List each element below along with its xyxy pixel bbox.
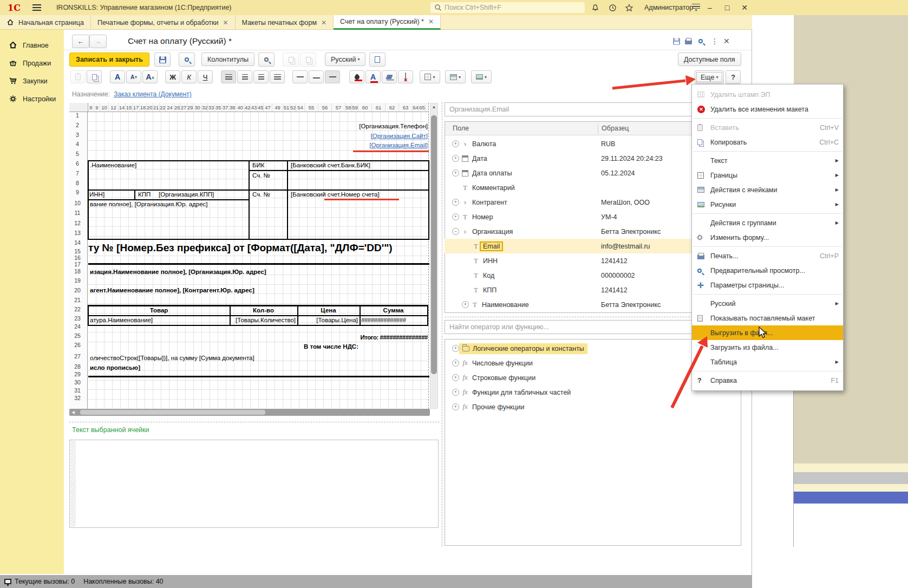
expand-icon[interactable]: + bbox=[452, 345, 459, 352]
cell-total[interactable]: Итого: ############### bbox=[265, 334, 428, 341]
cell-org-phone[interactable]: [Организация.Телефон] bbox=[271, 123, 428, 129]
page-view-button[interactable] bbox=[369, 53, 386, 67]
headers-footers-button[interactable]: Колонтитулы bbox=[201, 53, 254, 66]
more-actions-button[interactable]: Еще▾ bbox=[695, 70, 724, 84]
global-search-input[interactable]: Поиск Ctrl+Shift+F bbox=[430, 2, 585, 13]
maximize-icon[interactable]: □ bbox=[720, 3, 734, 12]
valign-top-button[interactable] bbox=[292, 70, 308, 83]
save-and-close-button[interactable]: Записать и закрыть bbox=[69, 53, 149, 67]
menu-item-remove-stamp[interactable]: Удалить штамп ЭП bbox=[692, 87, 843, 102]
font-button[interactable]: А bbox=[110, 70, 125, 83]
paste-icon[interactable] bbox=[70, 70, 86, 83]
tab-close-icon[interactable]: ✕ bbox=[223, 19, 228, 27]
cell-inn[interactable]: ИНН] bbox=[89, 191, 104, 198]
copy-button[interactable] bbox=[283, 53, 299, 67]
cell-row-qty[interactable]: [Товары.Количество] bbox=[230, 317, 296, 323]
expand-icon[interactable]: + bbox=[452, 360, 459, 367]
history-icon[interactable] bbox=[607, 3, 617, 12]
cell-account-label1[interactable]: Сч. № bbox=[252, 172, 270, 179]
expand-icon[interactable]: + bbox=[452, 199, 459, 206]
cell-rows-count[interactable]: оличествоСтрок([Товары])], на сумму [Сум… bbox=[90, 355, 254, 361]
menu-item-text[interactable]: Текст▶ bbox=[692, 153, 843, 168]
sidebar-item-settings[interactable]: Настройки bbox=[0, 90, 64, 108]
expand-icon[interactable]: + bbox=[452, 155, 459, 162]
purpose-link[interactable]: Заказ клиента (Документ) bbox=[114, 90, 192, 98]
menu-item-table[interactable]: Таблица▶ bbox=[692, 355, 843, 369]
menu-item-borders[interactable]: Границы▶ bbox=[692, 168, 843, 182]
menu-item-help[interactable]: ?СправкаF1 bbox=[692, 373, 843, 388]
expand-icon[interactable]: + bbox=[452, 403, 459, 410]
tree-group-other[interactable]: +fx Прочие функции bbox=[445, 400, 741, 414]
menu-item-export-to-file[interactable]: Выгрузить в файл... bbox=[692, 325, 843, 340]
align-left-button[interactable] bbox=[221, 70, 236, 83]
panel-divider[interactable] bbox=[442, 102, 442, 546]
menu-item-cell-actions[interactable]: Действия с ячейками▶ bbox=[692, 182, 843, 197]
expand-icon[interactable]: + bbox=[462, 301, 469, 308]
expand-icon[interactable]: + bbox=[452, 169, 459, 177]
more-dots-icon[interactable]: ⋮ bbox=[711, 37, 718, 45]
scroll-up-icon[interactable]: ▲ bbox=[430, 103, 437, 110]
fill-color-button[interactable] bbox=[349, 70, 364, 83]
sidebar-item-purchases[interactable]: Закупки bbox=[0, 72, 64, 90]
cell-doc-title[interactable]: ту № [Номер.Без префикса] от [Формат([Да… bbox=[88, 242, 428, 254]
tab-close-icon[interactable]: ✕ bbox=[321, 19, 326, 27]
align-right-button[interactable] bbox=[253, 70, 269, 83]
cell-th-sum[interactable]: Сумма bbox=[360, 307, 427, 313]
cell-org-email[interactable]: [Организация.Email] bbox=[271, 142, 428, 148]
close-window-icon[interactable]: ✕ bbox=[737, 3, 752, 12]
bold-button[interactable]: Ж bbox=[165, 70, 180, 83]
align-center-button[interactable] bbox=[237, 70, 252, 83]
menu-item-show-supplied-layout[interactable]: Показывать поставляемый макет bbox=[692, 311, 843, 325]
print-icon[interactable] bbox=[685, 40, 692, 44]
cell-org-fullname[interactable]: вание полное], [Организация.Юр. адрес] bbox=[90, 201, 208, 207]
valign-middle-button[interactable] bbox=[309, 70, 324, 83]
close-tab-icon[interactable]: ✕ bbox=[723, 37, 730, 45]
notifications-bell-icon[interactable] bbox=[590, 3, 600, 12]
expand-icon[interactable]: + bbox=[452, 374, 459, 381]
menu-item-pictures[interactable]: Рисунки▶ bbox=[692, 197, 843, 212]
menu-item-remove-all-changes[interactable]: ✕Удалить все изменения макета bbox=[692, 102, 843, 116]
tab-layouts[interactable]: Макеты печатных форм✕ bbox=[236, 15, 334, 30]
cell-bank-name[interactable]: .Наименование] bbox=[90, 162, 136, 168]
sidebar-item-main[interactable]: Главное bbox=[0, 36, 64, 54]
cell-row-sum[interactable]: ############## bbox=[361, 317, 427, 323]
sidebar-item-sales[interactable]: Продажи bbox=[0, 54, 64, 72]
menu-item-language[interactable]: Русский▶ bbox=[692, 296, 843, 311]
borders-dropdown[interactable]: ▾ bbox=[420, 70, 440, 83]
cell-th-price[interactable]: Цена bbox=[297, 307, 360, 313]
cells-dropdown[interactable]: ▾ bbox=[445, 70, 466, 83]
cell-vat[interactable]: В том числе НДС: bbox=[233, 343, 358, 350]
minimize-icon[interactable]: – bbox=[703, 3, 717, 12]
font-color-button[interactable]: А bbox=[365, 70, 381, 83]
current-user[interactable]: Администратор bbox=[644, 4, 693, 11]
menu-item-group-actions[interactable]: Действия с группами▶ bbox=[692, 215, 843, 230]
selected-cell-text-area[interactable] bbox=[69, 440, 439, 528]
available-fields-button[interactable]: Доступные поля bbox=[678, 53, 741, 66]
cell-account-label2[interactable]: Сч. № bbox=[252, 191, 270, 198]
cell-row-product[interactable]: атура.Наименование] bbox=[90, 317, 153, 323]
menu-item-page-setup[interactable]: ✛Параметры страницы... bbox=[692, 278, 843, 292]
expand-icon[interactable]: + bbox=[452, 389, 459, 396]
scroll-left-icon[interactable]: ◀ bbox=[70, 409, 76, 416]
font-smaller-button[interactable]: А▾ bbox=[126, 70, 141, 83]
cell-bik-label[interactable]: БИК bbox=[252, 162, 265, 168]
preview-button[interactable] bbox=[179, 53, 195, 67]
align-justify-button[interactable] bbox=[270, 70, 285, 83]
menu-item-preview[interactable]: Предварительный просмотр... bbox=[692, 263, 843, 278]
clear-format-button[interactable]: ✕ bbox=[398, 70, 413, 83]
row-headers[interactable]: 1234567891011121314151617181920212223242… bbox=[69, 103, 88, 409]
menu-item-change-form[interactable]: Изменить форму... bbox=[692, 230, 843, 245]
cell-account-value[interactable]: [Банковский счет.Номер счета] bbox=[291, 191, 380, 198]
tab-print-forms[interactable]: Печатные формы, отчеты и обработки✕ bbox=[91, 15, 236, 30]
help-button[interactable]: ? bbox=[726, 70, 741, 84]
highlight-button[interactable] bbox=[382, 70, 397, 83]
cell-amount-words[interactable]: исло прописью] bbox=[90, 364, 140, 371]
cell-th-product[interactable]: Товар bbox=[88, 307, 230, 313]
cell-kpp-value[interactable]: [Организация.КПП] bbox=[159, 191, 214, 198]
column-headers[interactable]: 8910121415171820212224262729303233353738… bbox=[88, 103, 428, 112]
panel-splitter[interactable] bbox=[69, 422, 440, 422]
cell-th-qty[interactable]: Кол-во bbox=[230, 307, 297, 313]
underline-button[interactable]: Ч bbox=[198, 70, 213, 83]
cell-kpp-label[interactable]: КПП bbox=[138, 191, 151, 198]
valign-bottom-button[interactable] bbox=[325, 70, 340, 83]
